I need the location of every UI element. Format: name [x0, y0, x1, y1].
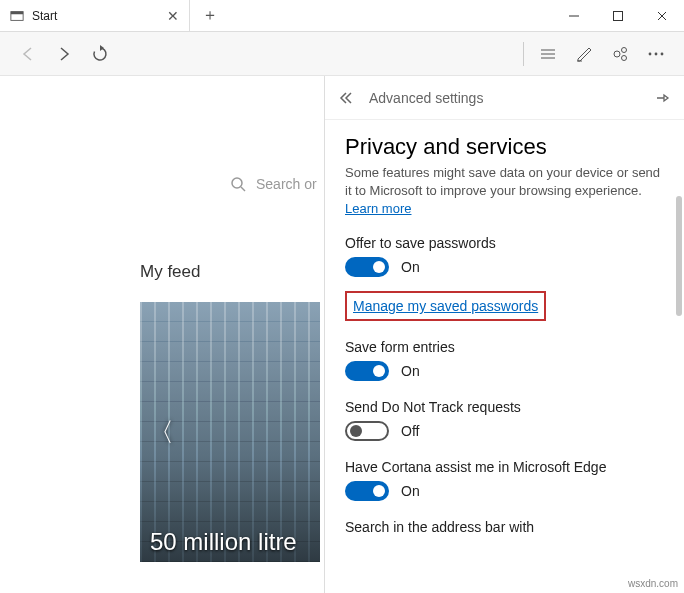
panel-back-icon[interactable] — [339, 91, 355, 105]
window-close-button[interactable] — [640, 0, 684, 31]
watermark: wsxdn.com — [628, 578, 678, 589]
dnt-label: Send Do Not Track requests — [345, 399, 664, 415]
reading-view-button[interactable] — [530, 36, 566, 72]
manage-passwords-highlight: Manage my saved passwords — [345, 291, 546, 321]
section-description: Some features might save data on your de… — [345, 164, 664, 199]
tab-close-icon[interactable]: ✕ — [167, 8, 179, 24]
cortana-state: On — [401, 483, 420, 499]
save-form-toggle[interactable] — [345, 361, 389, 381]
svg-point-10 — [614, 51, 620, 57]
browser-tab[interactable]: Start ✕ — [0, 0, 190, 31]
svg-point-15 — [661, 52, 664, 55]
save-passwords-state: On — [401, 259, 420, 275]
more-button[interactable] — [638, 36, 674, 72]
settings-panel: Advanced settings Privacy and services S… — [324, 76, 684, 593]
panel-title: Advanced settings — [369, 90, 654, 106]
window-maximize-button[interactable] — [596, 0, 640, 31]
panel-pin-icon[interactable] — [654, 90, 670, 106]
toolbar — [0, 32, 684, 76]
panel-header: Advanced settings — [325, 76, 684, 120]
share-button[interactable] — [602, 36, 638, 72]
window-minimize-button[interactable] — [552, 0, 596, 31]
panel-scrollbar[interactable] — [676, 196, 682, 316]
notes-button[interactable] — [566, 36, 602, 72]
svg-point-13 — [649, 52, 652, 55]
cortana-label: Have Cortana assist me in Microsoft Edge — [345, 459, 664, 475]
svg-rect-3 — [614, 11, 623, 20]
section-heading: Privacy and services — [345, 134, 664, 160]
svg-point-16 — [232, 178, 242, 188]
search-bar-label: Search in the address bar with — [345, 519, 664, 535]
feed-caption: 50 million litre — [150, 528, 297, 556]
feed-prev-icon[interactable]: 〈 — [148, 415, 174, 450]
save-passwords-label: Offer to save passwords — [345, 235, 664, 251]
dnt-toggle[interactable] — [345, 421, 389, 441]
cortana-toggle[interactable] — [345, 481, 389, 501]
save-passwords-toggle[interactable] — [345, 257, 389, 277]
svg-point-14 — [655, 52, 658, 55]
dnt-state: Off — [401, 423, 419, 439]
manage-passwords-link[interactable]: Manage my saved passwords — [353, 298, 538, 314]
tab-title: Start — [32, 9, 159, 23]
learn-more-link[interactable]: Learn more — [345, 201, 411, 216]
svg-line-17 — [241, 187, 245, 191]
titlebar: Start ✕ ＋ — [0, 0, 684, 32]
svg-point-11 — [622, 47, 627, 52]
back-button — [10, 36, 46, 72]
new-tab-button[interactable]: ＋ — [190, 0, 230, 31]
forward-button[interactable] — [46, 36, 82, 72]
refresh-button[interactable] — [82, 36, 118, 72]
save-form-label: Save form entries — [345, 339, 664, 355]
save-form-state: On — [401, 363, 420, 379]
search-placeholder: Search or — [256, 176, 317, 192]
svg-point-12 — [622, 55, 627, 60]
panel-body: Privacy and services Some features might… — [325, 120, 684, 593]
search-icon — [230, 176, 246, 192]
feed-card[interactable]: 〈 50 million litre — [140, 302, 320, 562]
tab-favicon — [10, 9, 24, 23]
svg-rect-1 — [11, 11, 23, 14]
